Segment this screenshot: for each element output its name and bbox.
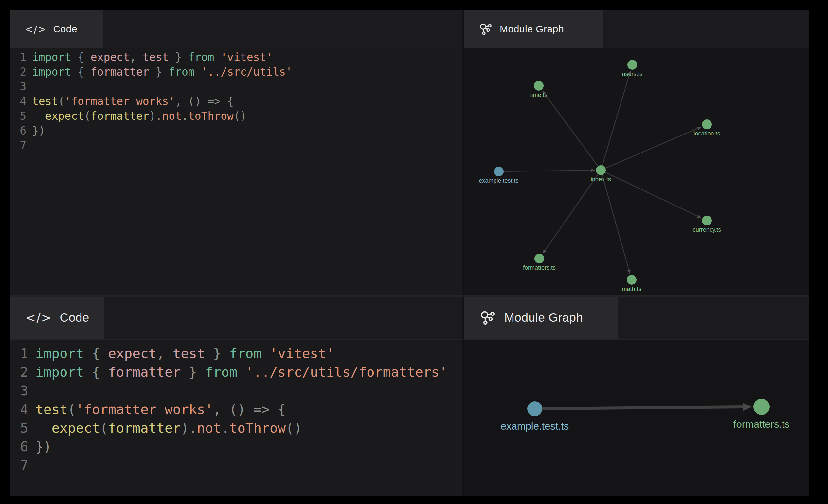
code-line: 1import { expect, test } from 'vitest'	[18, 50, 462, 65]
graph-node-label: math.ts	[622, 286, 641, 292]
line-number: 3	[18, 79, 26, 94]
line-number: 6	[18, 437, 28, 456]
code-line: 3	[18, 382, 462, 400]
code-line: 5 expect(formatter).not.toThrow()	[18, 109, 462, 123]
tab-module-graph[interactable]: Module Graph	[464, 296, 618, 339]
code-icon: </>	[25, 24, 46, 35]
graph-edge	[499, 170, 591, 171]
tab-code[interactable]: </> Code	[10, 10, 104, 48]
code-editor[interactable]: 1import { expect, test } from 'vitest'2i…	[10, 340, 462, 496]
code-line: 4test('formatter works', () => {	[18, 400, 462, 419]
line-number: 2	[18, 65, 26, 79]
code-panel-bottom-tabbar: </> Code	[10, 296, 462, 340]
code-icon: </>	[26, 311, 52, 325]
graph-node-example-test[interactable]	[527, 401, 542, 416]
graph-node-example-test[interactable]	[494, 167, 504, 176]
code-panel-top-tabbar: </> Code	[10, 10, 462, 48]
graph-edge	[601, 170, 629, 270]
tab-module-graph[interactable]: Module Graph	[464, 10, 603, 48]
line-number: 1	[18, 50, 26, 65]
line-number: 7	[18, 138, 26, 153]
line-number: 4	[18, 94, 26, 109]
module-graph-canvas[interactable]: users.tstime.tslocation.tsexample.test.t…	[464, 48, 809, 295]
line-number: 4	[18, 400, 28, 419]
graph-edge	[535, 407, 743, 409]
graph-node-label: currency.ts	[693, 226, 721, 233]
code-line: 1import { expect, test } from 'vitest'	[18, 344, 462, 363]
line-number: 5	[18, 109, 26, 123]
code-line: 2import { formatter } from '../src/utils…	[18, 65, 462, 79]
code-panel-top: </> Code 1import { expect, test } from '…	[10, 10, 462, 295]
graph-node-label: location.ts	[694, 130, 720, 137]
graph-node-location[interactable]	[702, 120, 712, 129]
graph-node-formatters[interactable]	[534, 254, 544, 263]
tab-label: Module Graph	[500, 24, 564, 35]
line-number: 2	[18, 363, 28, 382]
graph-node-users[interactable]	[627, 60, 637, 70]
tab-label: Code	[53, 24, 77, 35]
graph-node-currency[interactable]	[702, 216, 712, 225]
module-graph-panel-bottom: Module Graph example.test.tsformatters.t…	[464, 296, 809, 496]
graph-node-label: time.ts	[530, 92, 547, 98]
line-number: 5	[18, 419, 28, 437]
code-line: 2import { formatter } from '../src/utils…	[18, 363, 462, 382]
code-line: 4test('formatter works', () => {	[18, 94, 462, 109]
tab-code[interactable]: </> Code	[10, 296, 104, 339]
graph-edge-arrowhead	[743, 403, 752, 411]
code-line: 7	[18, 456, 462, 475]
line-number: 7	[18, 456, 28, 475]
tab-label: Code	[59, 311, 89, 325]
graph-node-label: formatters.ts	[734, 419, 790, 430]
module-graph-icon	[478, 22, 493, 37]
graph-node-time[interactable]	[534, 81, 544, 91]
graph-node-label: example.test.ts	[479, 177, 519, 184]
module-graph-svg-top: users.tstime.tslocation.tsexample.test.t…	[464, 48, 809, 295]
line-number: 3	[18, 382, 28, 400]
code-line: 6})	[18, 123, 462, 138]
code-line: 5 expect(formatter).not.toThrow()	[18, 419, 462, 437]
graph-edge	[545, 94, 601, 170]
tab-label: Module Graph	[504, 311, 583, 325]
module-graph-canvas[interactable]: example.test.tsformatters.ts	[464, 340, 809, 496]
graph-edge-arrowhead	[627, 270, 631, 274]
module-graph-top-tabbar: Module Graph	[464, 10, 809, 48]
app-container: </> Code 1import { expect, test } from '…	[10, 10, 809, 496]
code-line: 7	[18, 138, 462, 153]
graph-node-index[interactable]	[596, 165, 606, 175]
line-number: 6	[18, 123, 26, 138]
module-graph-svg-bottom: example.test.tsformatters.ts	[464, 340, 809, 496]
graph-edge	[601, 75, 629, 170]
graph-edge	[601, 170, 698, 216]
graph-edge	[601, 128, 698, 170]
graph-edge-arrowhead	[591, 169, 595, 172]
code-panel-bottom: </> Code 1import { expect, test } from '…	[10, 296, 462, 496]
module-graph-bottom-tabbar: Module Graph	[464, 296, 809, 340]
code-line: 3	[18, 79, 462, 94]
module-graph-panel-top: Module Graph users.tstime.tslocation.tse…	[464, 10, 809, 295]
graph-node-math[interactable]	[627, 275, 636, 285]
module-graph-icon	[479, 309, 496, 327]
code-line: 6})	[18, 437, 462, 456]
graph-node-label: users.ts	[622, 71, 643, 77]
graph-node-label: formatters.ts	[523, 264, 556, 271]
line-number: 1	[18, 344, 28, 363]
graph-node-formatters[interactable]	[753, 398, 770, 415]
graph-node-label: example.test.ts	[501, 421, 569, 432]
code-editor[interactable]: 1import { expect, test } from 'vitest'2i…	[10, 48, 462, 295]
graph-edge-arrowhead	[543, 249, 546, 254]
graph-node-label: index.ts	[591, 176, 611, 183]
